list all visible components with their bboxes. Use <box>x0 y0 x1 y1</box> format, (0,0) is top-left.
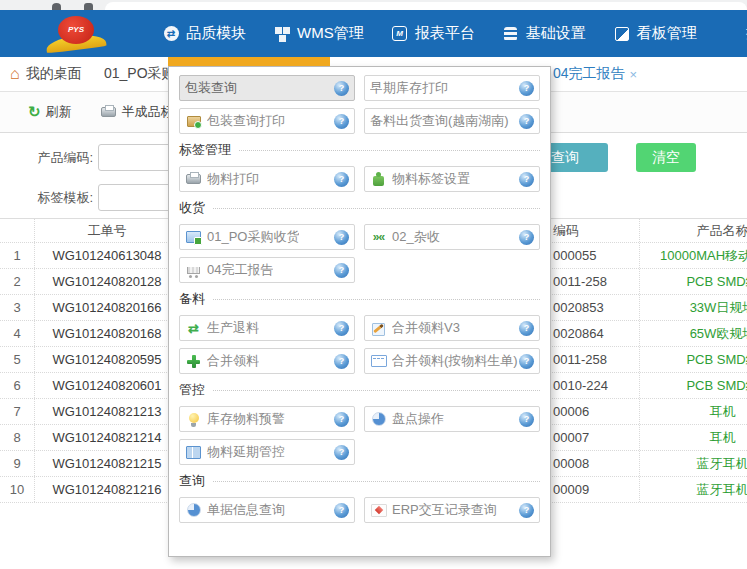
cell-product-name: 65W欧规墙 <box>640 321 747 346</box>
cell-product-code: 0010-224 <box>545 373 640 398</box>
menu-item[interactable]: 早期库存打印 <box>364 75 540 101</box>
menu-item[interactable]: 01_PO采购收货 <box>179 224 355 250</box>
menu-section-label: 备料 <box>179 290 205 308</box>
cell-row-number: 7 <box>0 399 35 424</box>
help-icon[interactable] <box>519 354 534 369</box>
header-row-number[interactable] <box>0 219 35 242</box>
menu-item-label: 库存物料预警 <box>207 410 285 428</box>
menu-item[interactable]: 包装查询打印 <box>179 108 355 134</box>
nav-item-label: 品质模块 <box>186 24 246 43</box>
help-icon[interactable] <box>519 230 534 245</box>
section-divider <box>213 299 540 300</box>
menu-section-label: 管控 <box>179 381 205 399</box>
menu-item[interactable]: 备料出货查询(越南湖南) <box>364 108 540 134</box>
help-icon[interactable] <box>334 81 349 96</box>
help-icon[interactable] <box>334 263 349 278</box>
monitor-icon <box>185 230 202 245</box>
help-icon[interactable] <box>519 412 534 427</box>
help-icon[interactable] <box>334 354 349 369</box>
close-icon[interactable]: × <box>630 67 638 82</box>
help-icon[interactable] <box>519 81 534 96</box>
menu-item[interactable]: 盘点操作 <box>364 406 540 432</box>
tab-label: 01_PO采购 <box>104 65 176 83</box>
menu-item[interactable]: 合并领料 <box>179 348 355 374</box>
nav-item-label: 基础设置 <box>526 24 586 43</box>
pie-icon <box>370 412 387 427</box>
menu-item[interactable]: 04完工报告 <box>179 257 355 283</box>
header-product-code[interactable]: 编码 <box>545 219 640 242</box>
help-icon[interactable] <box>519 321 534 336</box>
help-icon[interactable] <box>334 114 349 129</box>
help-icon[interactable] <box>334 445 349 460</box>
header-work-order[interactable]: 工单号 <box>35 219 180 242</box>
cell-row-number: 9 <box>0 451 35 476</box>
menu-item[interactable]: 合并领料(按物料生单) <box>364 348 540 374</box>
exchange-icon <box>185 321 202 336</box>
help-icon[interactable] <box>334 503 349 518</box>
help-icon[interactable] <box>334 230 349 245</box>
nav-item-report[interactable]: 报表平台 <box>391 24 475 43</box>
clear-button[interactable]: 清空 <box>636 143 696 172</box>
section-divider <box>213 390 540 391</box>
menu-section-label: 收货 <box>179 199 205 217</box>
nav-item-label: 看板管理 <box>637 24 697 43</box>
section-divider <box>213 208 540 209</box>
menu-item[interactable]: 生产退料 <box>179 315 355 341</box>
menu-section-items: 01_PO采购收货02_杂收04完工报告 <box>179 224 540 283</box>
tab-item[interactable]: ⌂我的桌面 <box>10 57 82 91</box>
cell-product-name: 10000MAH移动电源T <box>640 243 747 268</box>
menu-item[interactable]: 物料打印 <box>179 166 355 192</box>
cell-product-code: 0011-258 <box>545 269 640 294</box>
help-icon[interactable] <box>334 321 349 336</box>
menu-section-title: 收货 <box>179 199 540 217</box>
board-icon <box>613 25 631 43</box>
quality-icon <box>162 25 180 43</box>
collect-icon <box>370 230 387 245</box>
help-icon[interactable] <box>334 172 349 187</box>
nav-item-board[interactable]: 看板管理 <box>613 24 697 43</box>
menu-item[interactable]: 包装查询 <box>179 75 355 101</box>
help-icon[interactable] <box>519 172 534 187</box>
cell-product-code: 0020864 <box>545 321 640 346</box>
cart-icon <box>185 263 202 278</box>
menu-item[interactable]: 物料延期管控 <box>179 439 355 465</box>
menu-section-title: 查询 <box>179 472 540 490</box>
logo-brand-text: PYS <box>68 25 84 34</box>
menu-item-label: 物料打印 <box>207 170 259 188</box>
nav-item-wms[interactable]: WMS管理 <box>273 24 364 43</box>
help-icon[interactable] <box>519 503 534 518</box>
nav-items: 品质模块WMS管理报表平台基础设置看板管理操作文档系统设置 <box>162 24 747 43</box>
box-icon <box>185 114 202 129</box>
menu-section-title: 管控 <box>179 381 540 399</box>
menu-item[interactable]: 单据信息查询 <box>179 497 355 523</box>
menu-section-items: 库存物料预警盘点操作物料延期管控 <box>179 406 540 465</box>
menu-item[interactable]: 物料标签设置 <box>364 166 540 192</box>
menu-item[interactable]: 合并领料V3 <box>364 315 540 341</box>
printer-icon <box>185 172 202 187</box>
cell-work-order: WG101240821213 <box>35 399 180 424</box>
help-icon[interactable] <box>334 412 349 427</box>
bulb-icon <box>185 412 202 427</box>
menu-item[interactable]: 02_杂收 <box>364 224 540 250</box>
menu-section-label: 查询 <box>179 472 205 490</box>
app-logo[interactable]: PYS <box>0 14 110 54</box>
cell-product-name: 33W日规墙 <box>640 295 747 320</box>
menu-item-label: 合并领料V3 <box>392 319 460 337</box>
menu-item[interactable]: ERP交互记录查询 <box>364 497 540 523</box>
menu-section-label: 标签管理 <box>179 141 231 159</box>
nav-item-database[interactable]: 基础设置 <box>502 24 586 43</box>
help-icon[interactable] <box>519 114 534 129</box>
tab-item[interactable]: 01_PO采购 <box>104 57 176 91</box>
cell-row-number: 2 <box>0 269 35 294</box>
cell-product-code: 00008 <box>545 451 640 476</box>
nav-item-quality[interactable]: 品质模块 <box>162 24 246 43</box>
database-icon <box>502 25 520 43</box>
menu-section-items: 生产退料合并领料V3合并领料合并领料(按物料生单) <box>179 315 540 374</box>
refresh-button[interactable]: ↻ 刷新 <box>28 103 72 121</box>
cell-work-order: WG101240821215 <box>35 451 180 476</box>
tab-item[interactable]: 04完工报告× <box>553 57 637 91</box>
cell-row-number: 5 <box>0 347 35 372</box>
nav-item-label: 报表平台 <box>415 24 475 43</box>
menu-item[interactable]: 库存物料预警 <box>179 406 355 432</box>
header-product-name[interactable]: 产品名称 <box>640 219 747 242</box>
